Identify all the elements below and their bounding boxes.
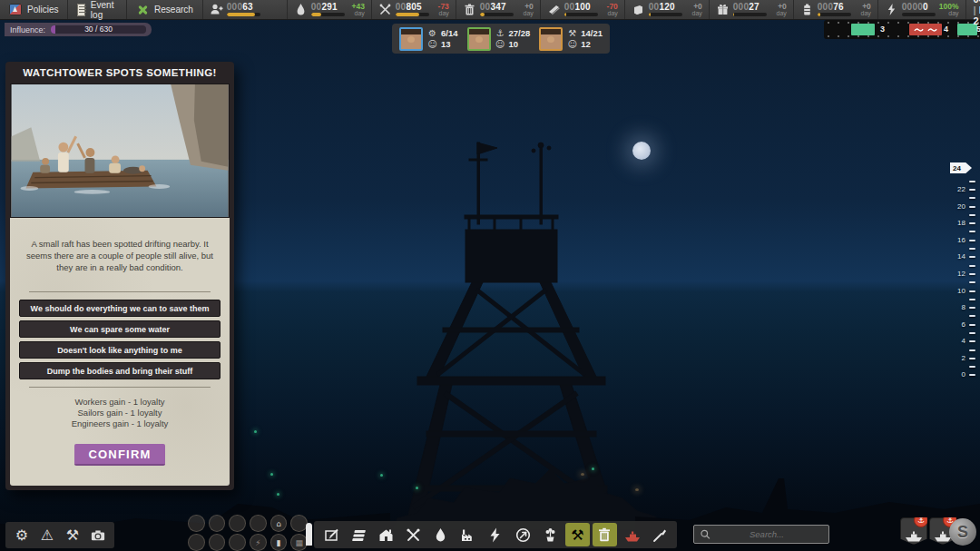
- research-icon: [136, 4, 149, 16]
- ship-icon[interactable]: [620, 523, 644, 546]
- event-option-button[interactable]: Dump the bodies and bring their stuff: [19, 362, 220, 379]
- demolish-icon[interactable]: [593, 523, 617, 546]
- resource-materials[interactable]: 00120 +0day: [625, 0, 710, 19]
- quick-slot[interactable]: [250, 515, 267, 532]
- draft-tick: 20: [939, 202, 975, 211]
- draft-tick: [939, 279, 975, 287]
- draw-platform-icon[interactable]: [319, 523, 344, 546]
- quick-slot[interactable]: [209, 515, 226, 532]
- quick-slot-pillar[interactable]: ▮: [270, 534, 288, 551]
- influence-value: 30 / 630: [51, 25, 146, 34]
- build-toolbar: ⚒: [314, 521, 677, 548]
- trash-icon: [463, 3, 476, 16]
- crew-panel: ⚙6/14 ☺13 ⚓27/28 ☺10 ⚒14/21 ☺12: [392, 24, 610, 54]
- draft-tick: 2: [939, 354, 975, 362]
- power-icon[interactable]: [483, 523, 507, 546]
- draft-tick: [939, 295, 975, 303]
- work-tools-icon[interactable]: ⚒: [62, 525, 83, 546]
- event-effect-line: Sailors gain - 1 loyalty: [18, 408, 221, 418]
- quick-slot[interactable]: [229, 515, 246, 532]
- water-icon[interactable]: [428, 523, 453, 546]
- navigation-icon[interactable]: [511, 523, 535, 546]
- deck-light: [380, 474, 383, 477]
- floors-icon[interactable]: [347, 523, 371, 546]
- deck-glow: [581, 473, 584, 476]
- draft-tick: [939, 194, 975, 202]
- event-dialog-body: A small raft has been spotted drifting n…: [10, 218, 230, 486]
- resource-bar: [818, 13, 851, 16]
- draft-scale: 24 22 20 18: [939, 162, 975, 379]
- research-button[interactable]: Research: [127, 0, 203, 19]
- deck-light: [270, 473, 273, 476]
- event-option-button[interactable]: We can spare some water: [19, 320, 220, 338]
- resource-bar: [733, 13, 767, 16]
- quick-slot-house[interactable]: ⌂: [270, 515, 288, 532]
- repair-icon[interactable]: ⚒: [565, 523, 590, 546]
- gift-icon: [716, 3, 730, 16]
- resource-bar: [564, 13, 598, 16]
- resource-planks[interactable]: 00100 -70day: [541, 0, 625, 19]
- resource-power[interactable]: 00000 100%day: [878, 0, 966, 19]
- crew-group-workers[interactable]: ⚙6/14 ☺13: [399, 27, 458, 51]
- game-logo[interactable]: S: [949, 518, 976, 546]
- draft-tick: [939, 346, 975, 354]
- resource-crew[interactable]: 00063: [203, 0, 288, 19]
- resource-bar: [649, 13, 682, 16]
- resource-water[interactable]: 00291 +43day: [288, 0, 372, 19]
- quick-slot[interactable]: [229, 534, 246, 551]
- workers-avatar: [399, 27, 423, 51]
- resource-battery[interactable]: 00076 +0day: [794, 0, 878, 19]
- quick-slot[interactable]: [188, 534, 205, 551]
- quick-slot[interactable]: [209, 534, 226, 551]
- draft-tick: [939, 363, 975, 371]
- ship-alert-badge[interactable]: ⚓: [900, 517, 927, 545]
- deck-light: [254, 430, 257, 433]
- draft-marker[interactable]: 24: [950, 162, 972, 173]
- industry-icon[interactable]: [456, 523, 480, 546]
- settings-gear-icon[interactable]: ⚙: [11, 525, 33, 546]
- influence-bar[interactable]: Influence: 30 / 630: [5, 23, 152, 36]
- anchor-icon: ⚓: [495, 28, 505, 38]
- resource-bar: [227, 13, 260, 16]
- voyage-timeline[interactable]: 3 4 5: [824, 20, 980, 39]
- policies-icon: [9, 4, 22, 15]
- event-option-button[interactable]: We should do everything we can to save t…: [19, 300, 220, 317]
- search-input[interactable]: [710, 529, 823, 539]
- event-description: A small raft has been spotted drifting n…: [18, 238, 221, 273]
- deck-light: [592, 467, 594, 470]
- battery-icon: [800, 3, 814, 16]
- resource-goods[interactable]: 00027 +0day: [710, 0, 794, 19]
- quick-slot[interactable]: [188, 515, 205, 532]
- policies-button[interactable]: Policies: [0, 0, 68, 19]
- food-icon[interactable]: [401, 523, 426, 546]
- column-icon[interactable]: [306, 523, 312, 546]
- screenshot-camera-icon[interactable]: [87, 525, 109, 546]
- buildings-icon[interactable]: [374, 523, 398, 546]
- crew-group-engineers[interactable]: ⚒14/21 ☺12: [539, 27, 603, 51]
- crew-group-sailors[interactable]: ⚓27/28 ☺10: [467, 27, 531, 51]
- confirm-button[interactable]: CONFIRM: [74, 444, 165, 466]
- lightning-icon: [885, 3, 898, 16]
- event-option-button[interactable]: Doesn't look like anything to me: [19, 341, 220, 359]
- system-toolbar: ⚙ ⚠ ⚒: [5, 522, 114, 548]
- quick-slot-plug[interactable]: ⚡: [250, 534, 267, 551]
- deck-glow: [635, 488, 639, 491]
- plank-icon: [547, 3, 561, 16]
- decorations-icon[interactable]: [538, 523, 563, 546]
- paint-icon[interactable]: [647, 523, 671, 546]
- resource-food[interactable]: 00805 -73day: [372, 0, 456, 19]
- draft-tick: 14: [939, 253, 975, 261]
- quick-slot-cluster: ⌂ ⚡ ▮ ▦: [188, 515, 308, 551]
- water-drop-icon: [294, 3, 308, 16]
- hammer-pick-icon: ⚒: [567, 28, 577, 38]
- draft-tick: 12: [939, 270, 975, 278]
- storm-icon: [927, 26, 937, 34]
- resource-scrap[interactable]: 00347 +0day: [456, 0, 541, 19]
- crate-icon: [632, 3, 645, 16]
- event-log-button[interactable]: Event log: [68, 0, 127, 19]
- resource-bar: [396, 13, 429, 16]
- timeline-storm-block: [909, 24, 942, 35]
- alerts-warning-icon[interactable]: ⚠: [36, 525, 58, 546]
- deck-light: [416, 487, 418, 489]
- draft-tick: 18: [939, 219, 975, 227]
